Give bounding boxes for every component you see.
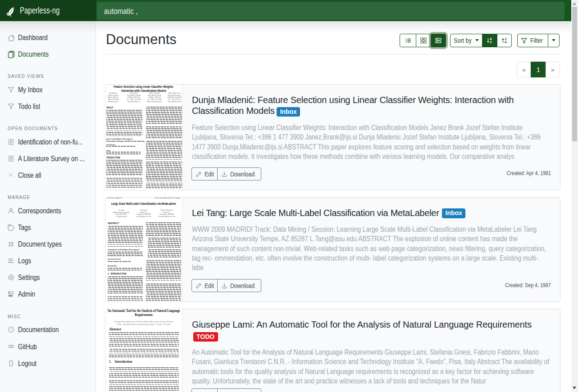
svg-text:A: A bbox=[505, 41, 507, 44]
svg-text:?: ? bbox=[10, 328, 12, 332]
svg-text:Z: Z bbox=[490, 41, 492, 44]
